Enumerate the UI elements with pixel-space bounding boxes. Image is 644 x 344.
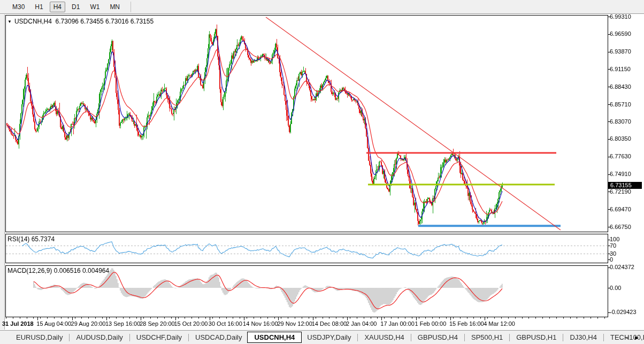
chart-tab-bar: EURUSD,DailyAUDUSD,DailyUSDCHF,DailyUSDC…: [0, 330, 644, 344]
tab-separator: [464, 334, 465, 341]
tab-separator: [509, 334, 510, 341]
mt4-window: { "toolbar": { "active": "H4", "timefram…: [0, 0, 644, 344]
tabs-scroll-right-icon[interactable]: ►: [634, 331, 640, 344]
tab-separator: [69, 334, 70, 341]
tab-separator: [603, 334, 604, 341]
tab-separator: [357, 334, 358, 341]
tab-usdcnh-h4[interactable]: USDCNH,H4: [247, 332, 302, 343]
timeframe-button-w1[interactable]: W1: [86, 2, 103, 12]
tab-separator: [188, 334, 189, 341]
tab-audusd-daily[interactable]: AUDUSD,Daily: [71, 332, 128, 342]
tab-gbpusd-h4[interactable]: GBPUSD,H4: [412, 332, 463, 342]
timeframe-button-m30[interactable]: M30: [9, 2, 28, 12]
tab-eurusd-daily[interactable]: EURUSD,Daily: [11, 332, 68, 342]
tab-gbpusd-h1[interactable]: GBPUSD,H1: [511, 332, 562, 342]
left-edge-strip: [0, 14, 5, 330]
toolbar-separator: [131, 2, 131, 12]
tab-xauusd-h4[interactable]: XAUUSD,H4: [359, 332, 409, 342]
tab-usdchf-daily[interactable]: USDCHF,Daily: [131, 332, 187, 342]
tab-usdcad-daily[interactable]: USDCAD,Daily: [190, 332, 247, 342]
timeframe-button-d1[interactable]: D1: [68, 2, 83, 12]
tab-sp500-h1[interactable]: SP500,H1: [466, 332, 508, 342]
timeframe-button-h1[interactable]: H1: [31, 2, 47, 12]
tab-usdjpy-daily[interactable]: USDJPY,Daily: [302, 332, 356, 342]
tab-separator: [129, 334, 130, 341]
timeframe-button-h4[interactable]: H4: [50, 2, 65, 12]
timeframe-button-mn[interactable]: MN: [106, 2, 124, 12]
timeframe-toolbar: M30H1H4D1W1MN: [0, 0, 644, 14]
chart-canvas[interactable]: [0, 0, 644, 344]
tab-row: EURUSD,DailyAUDUSD,DailyUSDCHF,DailyUSDC…: [11, 332, 644, 343]
tab-separator: [563, 334, 563, 341]
timeframe-buttons: M30H1H4D1W1MN: [9, 2, 126, 12]
tab-separator: [411, 334, 411, 341]
tab-dj30-h4[interactable]: DJ30,H4: [564, 332, 602, 342]
tabs-scroll-left-icon[interactable]: ◄: [624, 331, 630, 344]
